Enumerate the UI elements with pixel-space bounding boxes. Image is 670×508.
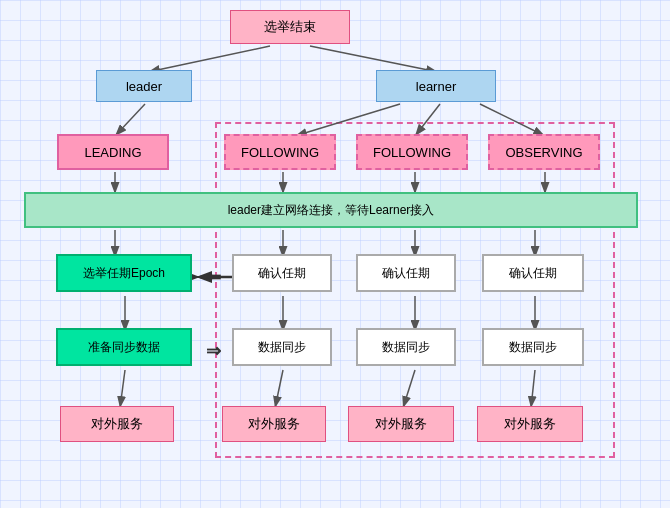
leading-box: LEADING <box>57 134 169 170</box>
svg-line-7 <box>295 104 400 136</box>
wait-bar: leader建立网络连接，等待Learner接入 <box>24 192 638 228</box>
following2-box: FOLLOWING <box>356 134 468 170</box>
right-double-arrow: ⇒ <box>195 342 231 360</box>
service3-box: 对外服务 <box>477 406 583 442</box>
svg-line-9 <box>480 104 545 136</box>
svg-line-28 <box>531 370 535 408</box>
epoch-box: 选举任期Epoch <box>56 254 192 292</box>
svg-line-27 <box>403 370 415 408</box>
service-leader-box: 对外服务 <box>60 406 174 442</box>
following1-box: FOLLOWING <box>224 134 336 170</box>
learner-node-box: learner <box>376 70 496 102</box>
svg-line-26 <box>275 370 283 408</box>
svg-line-6 <box>115 104 145 136</box>
svg-line-8 <box>415 104 440 136</box>
sync-box: 准备同步数据 <box>56 328 192 366</box>
service2-box: 对外服务 <box>348 406 454 442</box>
svg-line-25 <box>120 370 125 408</box>
flowchart-canvas: ⇐ ⇒ 选举结束 leader learner LEADING FOLLOWIN… <box>0 0 670 508</box>
datasync1-box: 数据同步 <box>232 328 332 366</box>
svg-line-5 <box>310 46 438 72</box>
confirm2-box: 确认任期 <box>356 254 456 292</box>
svg-line-4 <box>148 46 270 72</box>
datasync2-box: 数据同步 <box>356 328 456 366</box>
leader-node-box: leader <box>96 70 192 102</box>
datasync3-box: 数据同步 <box>482 328 584 366</box>
election-end-box: 选举结束 <box>230 10 350 44</box>
confirm1-box: 确认任期 <box>232 254 332 292</box>
service1-box: 对外服务 <box>222 406 326 442</box>
confirm3-box: 确认任期 <box>482 254 584 292</box>
observing-box: OBSERVING <box>488 134 600 170</box>
left-double-arrow: ⇐ <box>195 268 231 286</box>
